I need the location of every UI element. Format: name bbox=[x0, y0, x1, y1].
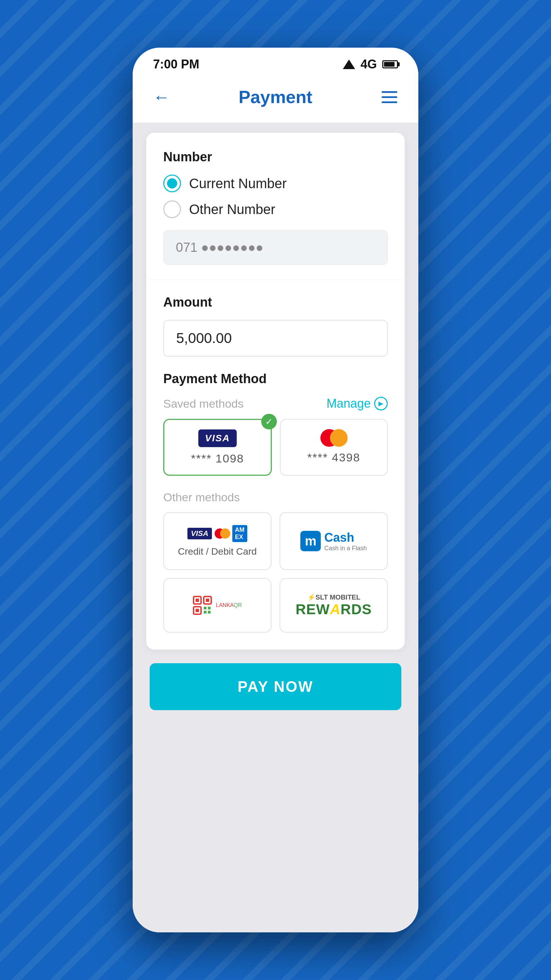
qr-code-icon bbox=[193, 596, 212, 615]
mastercard-option[interactable]: **** 4398 bbox=[280, 419, 388, 476]
pay-now-button[interactable]: PAY NOW bbox=[150, 663, 401, 710]
saved-methods-header: Saved methods Manage ► bbox=[163, 396, 388, 411]
slt-mobitel-text: ⚡SLT MOBITEL bbox=[307, 593, 360, 601]
svg-rect-4 bbox=[206, 598, 209, 602]
mc-small-orange bbox=[220, 528, 230, 539]
svg-rect-9 bbox=[204, 611, 206, 614]
battery-icon bbox=[382, 60, 398, 68]
saved-cards-row: ✓ VISA **** 1098 **** 4398 bbox=[163, 419, 388, 476]
signal-icon bbox=[343, 58, 355, 70]
selected-check-badge: ✓ bbox=[261, 414, 277, 430]
other-methods-label: Other methods bbox=[163, 491, 388, 504]
current-number-option[interactable]: Current Number bbox=[163, 175, 388, 192]
manage-circle-icon: ► bbox=[374, 397, 388, 410]
back-arrow-icon: ← bbox=[153, 89, 170, 105]
mc-small-logo bbox=[214, 528, 230, 539]
credit-debit-card-option[interactable]: VISA AMEX Credit / Debit Card bbox=[163, 512, 272, 570]
number-display: 071 ●●●●●●●● bbox=[163, 231, 388, 265]
number-section: Number Current Number Other Number bbox=[163, 150, 388, 265]
other-number-option[interactable]: Other Number bbox=[163, 200, 388, 218]
rewards-option[interactable]: ⚡SLT MOBITEL REWARDS bbox=[279, 578, 388, 633]
other-methods-grid: VISA AMEX Credit / Debit Card m bbox=[163, 512, 388, 633]
main-card: Number Current Number Other Number bbox=[146, 133, 405, 649]
back-button[interactable]: ← bbox=[150, 85, 173, 109]
network-label: 4G bbox=[360, 57, 377, 72]
amount-input[interactable] bbox=[176, 330, 375, 347]
number-label: Number bbox=[163, 150, 388, 164]
svg-rect-2 bbox=[195, 598, 199, 602]
lankaqr-option[interactable]: LANKAQR bbox=[163, 578, 272, 633]
payment-method-label: Payment Method bbox=[163, 372, 388, 386]
mcash-text: Cash bbox=[324, 530, 354, 544]
payment-method-section: Payment Method Saved methods Manage ► ✓ … bbox=[163, 372, 388, 633]
visa-card-option[interactable]: ✓ VISA **** 1098 bbox=[163, 419, 272, 476]
menu-line-1 bbox=[382, 91, 397, 93]
credit-card-logos: VISA AMEX bbox=[187, 525, 247, 542]
mc-orange-circle bbox=[330, 429, 348, 447]
divider-1 bbox=[146, 280, 405, 280]
mcash-m-icon: m bbox=[300, 531, 321, 551]
menu-line-2 bbox=[382, 96, 397, 98]
saved-methods-label: Saved methods bbox=[163, 397, 243, 410]
rewards-text: REWARDS bbox=[295, 601, 372, 617]
status-bar: 7:00 PM 4G bbox=[133, 48, 418, 77]
amount-label: Amount bbox=[163, 295, 388, 310]
manage-label: Manage bbox=[327, 396, 371, 411]
pay-now-section: PAY NOW bbox=[133, 649, 418, 730]
credit-debit-label: Credit / Debit Card bbox=[178, 546, 257, 557]
header: ← Payment bbox=[133, 77, 418, 123]
amount-input-wrapper[interactable] bbox=[163, 320, 388, 356]
status-icons: 4G bbox=[343, 57, 398, 72]
lankaqr-logo: LANKAQR bbox=[193, 596, 242, 615]
current-number-radio[interactable] bbox=[163, 175, 181, 192]
page-title: Payment bbox=[239, 87, 313, 107]
svg-rect-8 bbox=[208, 607, 211, 609]
other-number-radio[interactable] bbox=[163, 200, 181, 218]
time-display: 7:00 PM bbox=[153, 57, 199, 72]
amex-small-logo: AMEX bbox=[232, 525, 247, 542]
other-number-label: Other Number bbox=[189, 202, 275, 217]
rewards-logo: ⚡SLT MOBITEL REWARDS bbox=[295, 593, 372, 617]
menu-line-3 bbox=[382, 102, 397, 103]
menu-button[interactable] bbox=[378, 85, 401, 109]
mastercard-logo bbox=[321, 429, 348, 446]
current-number-label: Current Number bbox=[189, 176, 287, 191]
svg-rect-6 bbox=[195, 609, 199, 612]
svg-rect-7 bbox=[204, 607, 206, 609]
amount-section: Amount bbox=[163, 295, 388, 356]
mastercard-number: **** 4398 bbox=[307, 451, 360, 464]
visa-logo: VISA bbox=[198, 430, 237, 447]
mcash-option[interactable]: m Cash Cash in a Flash bbox=[279, 512, 388, 570]
mcash-logo: m Cash Cash in a Flash bbox=[300, 530, 367, 552]
visa-card-number: **** 1098 bbox=[191, 452, 244, 465]
current-number-radio-fill bbox=[167, 178, 177, 189]
svg-marker-0 bbox=[343, 60, 355, 69]
manage-button[interactable]: Manage ► bbox=[327, 396, 388, 411]
visa-small-logo: VISA bbox=[187, 528, 211, 539]
mcash-sub-text: Cash in a Flash bbox=[324, 545, 367, 552]
current-number-value: 071 ●●●●●●●● bbox=[176, 240, 264, 255]
svg-rect-10 bbox=[208, 611, 211, 614]
number-radio-group: Current Number Other Number bbox=[163, 175, 388, 218]
lankaqr-text: LANKAQR bbox=[216, 602, 242, 608]
content-area: Number Current Number Other Number bbox=[133, 123, 418, 932]
